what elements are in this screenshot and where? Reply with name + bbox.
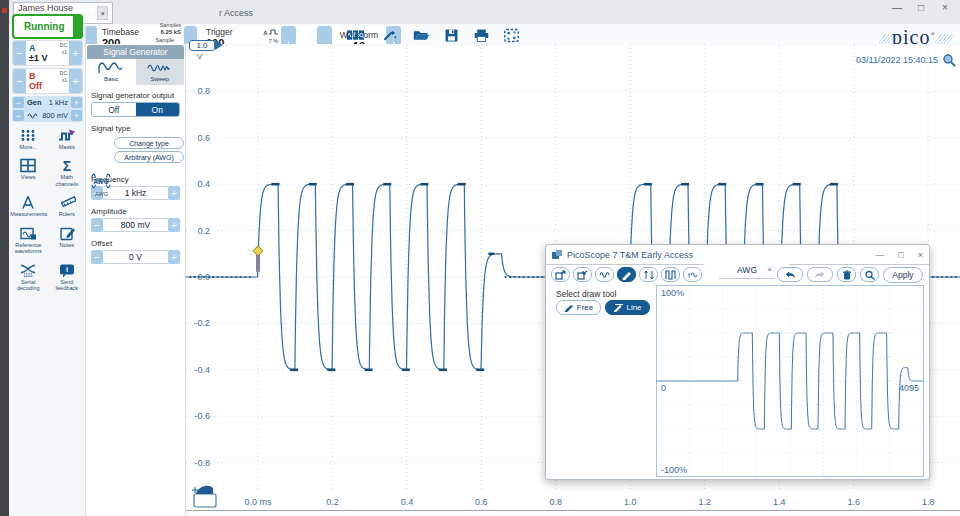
dialog-app-icon	[552, 250, 562, 260]
apply-button[interactable]: Apply	[883, 267, 923, 283]
draw-tool-button[interactable]	[617, 267, 636, 282]
svg-text:0: 0	[661, 383, 666, 393]
signal-generator-header[interactable]: Signal Generator	[87, 45, 184, 59]
more-icon	[19, 128, 37, 143]
export-icon	[555, 270, 567, 280]
tab-sweep[interactable]: Sweep	[136, 59, 185, 85]
serial-decoding-icon: 1101	[19, 263, 37, 278]
awg-signal-icon: AWG	[90, 170, 112, 192]
titlebar: James House Gen... ▾ r Access — □ ×	[9, 0, 960, 26]
sidebar-item-rulers[interactable]: Rulers	[48, 193, 87, 219]
document-tab-caret-icon[interactable]: ▾	[97, 6, 108, 20]
close-button[interactable]: ×	[938, 2, 952, 13]
export-button[interactable]	[551, 267, 570, 282]
dialog-maximize-button[interactable]: □	[898, 250, 903, 260]
import-button[interactable]	[573, 267, 592, 282]
svg-text:1.6: 1.6	[847, 497, 860, 507]
normalize-icon	[643, 270, 655, 280]
awg-dialog[interactable]: PicoScope 7 T&M Early Access — □ × AWG ×…	[545, 244, 930, 480]
zoom-overview-icon[interactable]	[942, 53, 956, 67]
svg-text:-100%: -100%	[661, 465, 687, 475]
sidebar-item-send-feedback[interactable]: i Send feedback	[48, 261, 87, 294]
maximize-button[interactable]: □	[914, 2, 928, 13]
sidebar-item-math-channels[interactable]: Σ Math channels	[48, 156, 87, 189]
svg-text:-0.8: -0.8	[194, 458, 210, 468]
tab-basic[interactable]: Basic	[87, 59, 136, 85]
offset-label: Offset	[91, 239, 185, 248]
svg-text:1.4: 1.4	[773, 497, 786, 507]
sidebar-item-serial-decoding[interactable]: 1101 Serial decoding	[9, 261, 48, 294]
sidebar-item-notes[interactable]: Notes	[48, 224, 87, 257]
redo-icon	[814, 270, 826, 280]
redo-button[interactable]	[807, 267, 833, 282]
svg-text:-0.4: -0.4	[194, 365, 210, 375]
gen-freq-increase-button[interactable]: +	[71, 97, 82, 108]
pulse-icon	[269, 29, 278, 35]
normalize-tool-button[interactable]	[639, 267, 658, 282]
gen-freq: 1 kHz	[49, 98, 68, 107]
sidebar-item-masks[interactable]: Masks	[48, 126, 87, 152]
zoom-tool-button[interactable]	[860, 267, 879, 282]
free-draw-button[interactable]: Free	[556, 300, 601, 315]
amplitude-value[interactable]: 800 mV	[103, 218, 168, 232]
gen-freq-decrease-button[interactable]: −	[13, 97, 24, 108]
amplitude-decrease-button[interactable]: −	[91, 218, 103, 232]
output-off-button[interactable]: Off	[92, 103, 136, 116]
auto-setup-icon	[381, 28, 398, 43]
svg-text:1.8: 1.8	[922, 497, 935, 507]
bit-pattern-button[interactable]	[661, 267, 680, 282]
offset-stepper: − 0 V +	[91, 250, 180, 264]
offset-decrease-button[interactable]: −	[91, 250, 103, 264]
generator-card[interactable]: − Gen1 kHz + − 800 mV +	[12, 96, 83, 122]
masks-icon	[58, 128, 76, 143]
open-folder-icon	[413, 28, 430, 43]
undo-button[interactable]	[777, 267, 803, 282]
channel-b-decrease-button[interactable]: −	[13, 69, 26, 93]
trash-icon	[841, 270, 853, 280]
awg-toolbar: f	[551, 267, 702, 282]
arbitrary-awg-button[interactable]: Arbitrary (AWG)	[114, 151, 184, 163]
output-on-button[interactable]: On	[136, 103, 180, 116]
delete-button[interactable]	[837, 267, 856, 282]
gen-amp-increase-button[interactable]: +	[71, 110, 82, 121]
instruments-icon	[347, 28, 364, 43]
frequency-increase-button[interactable]: +	[168, 186, 180, 200]
minimize-button[interactable]: —	[890, 2, 904, 13]
channel-a-decrease-button[interactable]: −	[13, 41, 26, 65]
gen-amp: 800 mV	[42, 111, 68, 120]
trigger-label: Trigger	[206, 27, 242, 37]
output-label: Signal generator output	[91, 91, 185, 100]
sidebar-item-reference-waveforms[interactable]: Reference waveforms	[9, 224, 48, 257]
line-draw-button[interactable]: Line	[605, 300, 650, 315]
sidebar-item-more[interactable]: More...	[9, 126, 48, 152]
gen-amp-decrease-button[interactable]: −	[13, 110, 24, 121]
offset-value[interactable]: 0 V	[103, 250, 168, 264]
sine-tool-button[interactable]	[595, 267, 614, 282]
awg-tab-close-icon[interactable]: ×	[767, 265, 772, 274]
sidebar-tools: More... Masks Views Σ Math channels Meas…	[9, 126, 86, 293]
awg-editor-chart[interactable]: 100%-100%04095	[656, 285, 924, 477]
sidebar-item-views[interactable]: Views	[9, 156, 48, 189]
svg-text:100%: 100%	[661, 288, 684, 298]
frequency-value[interactable]: 1 kHz	[103, 186, 168, 200]
reference-waveforms-icon	[19, 226, 37, 241]
svg-text:1101: 1101	[23, 273, 33, 278]
channel-b-increase-button[interactable]: +	[69, 69, 82, 93]
sidebar-item-measurements[interactable]: Measurements	[9, 193, 48, 219]
channel-b-card[interactable]: − B DCx1 Off +	[12, 68, 83, 94]
channel-a-increase-button[interactable]: +	[69, 41, 82, 65]
levels-wave-icon: f	[687, 270, 699, 280]
awg-mini-icon	[27, 112, 39, 120]
levels-tool-button[interactable]: f	[683, 267, 702, 282]
axis-top-value: 1.0	[189, 40, 215, 51]
change-type-button[interactable]: Change type	[114, 137, 184, 149]
channel-a-axis-marker[interactable]: 1.0 V	[189, 40, 229, 64]
channel-a-card[interactable]: − A DCx1 ±1 V +	[12, 40, 83, 66]
dialog-close-button[interactable]: ×	[918, 250, 923, 260]
dialog-minimize-button[interactable]: —	[875, 250, 884, 260]
signal-type-label: Signal type	[91, 124, 185, 133]
amplitude-increase-button[interactable]: +	[168, 218, 180, 232]
channel-a-range: ±1 V	[29, 53, 47, 63]
dialog-titlebar[interactable]: PicoScope 7 T&M Early Access — □ ×	[546, 245, 929, 264]
offset-increase-button[interactable]: +	[168, 250, 180, 264]
